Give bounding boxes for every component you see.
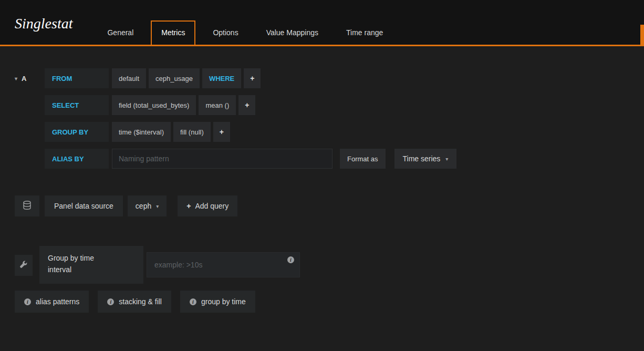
where-keyword: WHERE <box>202 68 241 88</box>
info-icon: i <box>190 298 196 305</box>
group-by-fill-segment[interactable]: fill (null) <box>173 122 211 142</box>
info-icon: i <box>24 298 31 305</box>
help-row: i alias patterns i stacking & fill i gro… <box>15 291 644 313</box>
query-row-from: ▾ A FROM default ceph_usage WHERE + <box>15 68 644 88</box>
help-label: alias patterns <box>36 297 79 306</box>
query-options-button[interactable] <box>15 255 33 276</box>
wrench-icon <box>19 260 28 271</box>
panel-data-source-label: Panel data source <box>45 195 123 216</box>
editor-tabs: General Metrics Options Value Mappings T… <box>97 20 400 45</box>
query-row-select: SELECT field (total_used_bytes) mean () … <box>15 95 644 115</box>
chevron-down-icon: ▾ <box>156 203 159 209</box>
group-by-time-interval-label: Group by time interval <box>39 246 143 284</box>
tab-time-range[interactable]: Time range <box>336 20 393 45</box>
query-ref[interactable]: ▾ A <box>15 68 45 88</box>
group-by-interval-input[interactable] <box>147 252 300 277</box>
stacking-fill-help-button[interactable]: i stacking & fill <box>98 291 171 313</box>
group-by-time-bar: Group by time interval i <box>15 246 644 284</box>
spacer <box>15 95 45 115</box>
format-as-value: Time series <box>403 154 441 163</box>
info-icon: i <box>287 256 294 263</box>
query-row-group-by: GROUP BY time ($interval) fill (null) + <box>15 122 644 142</box>
info-icon: i <box>107 298 114 305</box>
editor-header: Singlestat General Metrics Options Value… <box>0 0 644 46</box>
group-by-keyword: GROUP BY <box>45 122 109 142</box>
help-label: stacking & fill <box>119 297 162 306</box>
scroll-indicator[interactable] <box>640 25 644 46</box>
datasource-value: ceph <box>136 202 151 210</box>
select-field-segment[interactable]: field (total_used_bytes) <box>112 95 196 115</box>
add-group-by-button[interactable]: + <box>213 122 230 142</box>
database-icon <box>22 200 32 212</box>
query-ref-letter: A <box>22 75 26 82</box>
chevron-down-icon: ▾ <box>445 156 448 162</box>
add-query-label: Add query <box>195 202 228 210</box>
select-keyword: SELECT <box>45 95 109 115</box>
group-by-time-segment[interactable]: time ($interval) <box>112 122 171 142</box>
alias-by-keyword: ALIAS BY <box>45 149 109 169</box>
page-title: Singlestat <box>15 15 72 32</box>
plus-icon: + <box>186 202 191 210</box>
format-as-label: Format as <box>340 149 386 169</box>
datasource-bar: Panel data source ceph ▾ + Add query <box>15 195 644 216</box>
tab-general[interactable]: General <box>97 20 144 45</box>
interval-input-wrap: i <box>147 252 300 277</box>
spacer <box>15 122 45 142</box>
add-query-button[interactable]: + Add query <box>178 195 237 216</box>
measurement-segment[interactable]: ceph_usage <box>149 68 200 88</box>
tab-options[interactable]: Options <box>202 20 248 45</box>
format-as-select[interactable]: Time series ▾ <box>394 149 457 169</box>
add-where-button[interactable]: + <box>244 68 261 88</box>
from-keyword: FROM <box>45 68 109 88</box>
tab-metrics[interactable]: Metrics <box>151 20 195 45</box>
datasource-select[interactable]: ceph ▾ <box>128 195 167 216</box>
alias-pattern-input[interactable] <box>112 149 333 169</box>
group-by-time-help-button[interactable]: i group by time <box>180 291 255 313</box>
select-aggregator-segment[interactable]: mean () <box>199 95 236 115</box>
help-label: group by time <box>201 297 246 306</box>
alias-patterns-help-button[interactable]: i alias patterns <box>15 291 89 313</box>
add-select-part-button[interactable]: + <box>238 95 255 115</box>
singlestat-editor: Singlestat General Metrics Options Value… <box>0 0 644 351</box>
collapse-query-icon[interactable]: ▾ <box>15 76 17 81</box>
metrics-tab-content: ▾ A FROM default ceph_usage WHERE + SELE… <box>0 46 644 313</box>
retention-policy-segment[interactable]: default <box>112 68 146 88</box>
tab-value-mappings[interactable]: Value Mappings <box>256 20 329 45</box>
datasource-button[interactable] <box>15 195 39 216</box>
query-row-alias: ALIAS BY Format as Time series ▾ <box>15 149 644 169</box>
spacer <box>15 149 45 169</box>
